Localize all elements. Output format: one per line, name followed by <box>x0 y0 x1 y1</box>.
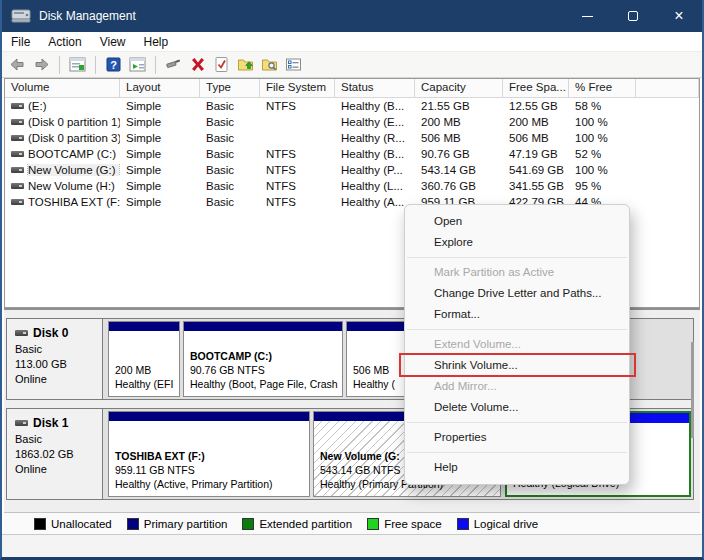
cell-free: 200 MB <box>503 116 569 128</box>
table-row[interactable]: (E:) Simple Basic NTFS Healthy (B... 21.… <box>5 98 699 114</box>
app-disk-icon <box>11 8 31 24</box>
menu-item-format[interactable]: Format... <box>405 304 629 325</box>
disk-name: Disk 0 <box>33 326 68 340</box>
cell-status: Healthy (R... <box>335 132 415 144</box>
partition-status: Healthy (Boot, Page File, Crash <box>190 377 342 391</box>
menu-item-explore[interactable]: Explore <box>405 232 629 253</box>
col-volume[interactable]: Volume <box>5 79 120 97</box>
toolbar-separator <box>59 56 60 74</box>
cell-capacity: 360.76 GB <box>415 180 503 192</box>
volume-disk-icon <box>11 135 24 141</box>
menu-file[interactable]: File <box>2 35 39 49</box>
partition-label: BOOTCAMP (C:) <box>190 349 342 363</box>
table-row[interactable]: BOOTCAMP (C:) Simple Basic NTFS Healthy … <box>5 146 699 162</box>
disk-status: Online <box>15 463 102 475</box>
col-filler <box>636 79 699 97</box>
menu-action[interactable]: Action <box>39 35 90 49</box>
table-row[interactable]: New Volume (H:) Simple Basic NTFS Health… <box>5 178 699 194</box>
col-file-system[interactable]: File System <box>260 79 335 97</box>
col-layout[interactable]: Layout <box>120 79 200 97</box>
minimize-button[interactable] <box>564 0 610 32</box>
primary-partition-bar <box>184 322 342 331</box>
menu-help[interactable]: Help <box>135 35 178 49</box>
cell-fs: NTFS <box>260 148 335 160</box>
cell-pct: 100 % <box>569 132 636 144</box>
logical-color-swatch <box>457 518 469 530</box>
volume-name: (E:) <box>28 100 47 112</box>
cell-status: Healthy (B... <box>335 148 415 160</box>
cell-capacity: 21.55 GB <box>415 100 503 112</box>
cell-capacity: 90.76 GB <box>415 148 503 160</box>
menu-item-open[interactable]: Open <box>405 211 629 232</box>
partition-size: 200 MB <box>115 363 179 377</box>
cell-fs: NTFS <box>260 100 335 112</box>
maximize-button[interactable] <box>610 0 656 32</box>
help-icon[interactable]: ? <box>104 55 123 74</box>
disk-1-label[interactable]: Disk 1 Basic 1863.02 GB Online <box>7 409 103 499</box>
disk-icon <box>15 330 28 336</box>
menu-view[interactable]: View <box>91 35 135 49</box>
cell-pct: 58 % <box>569 100 636 112</box>
folder-search-icon[interactable] <box>260 55 279 74</box>
disk-type: Basic <box>15 433 102 445</box>
menu-item-shrink-volume[interactable]: Shrink Volume... <box>405 355 629 376</box>
legend-free-space: Free space <box>367 518 442 530</box>
disk-size: 1863.02 GB <box>15 448 102 460</box>
volume-disk-icon <box>11 199 24 205</box>
cell-pct: 52 % <box>569 148 636 160</box>
folder-up-icon[interactable] <box>236 55 255 74</box>
delete-x-icon[interactable] <box>188 55 207 74</box>
close-icon: × <box>674 8 683 24</box>
toolbar: ? <box>2 52 702 78</box>
partition-label: TOSHIBA EXT (F:) <box>115 449 309 463</box>
cell-type: Basic <box>200 148 260 160</box>
maximize-icon <box>628 11 638 21</box>
properties-form-icon[interactable] <box>284 55 303 74</box>
forward-arrow-icon[interactable] <box>32 55 51 74</box>
disk-size: 113.00 GB <box>15 358 102 370</box>
cell-free: 341.55 GB <box>503 180 569 192</box>
table-row-selected[interactable]: New Volume (G:) Simple Basic NTFS Health… <box>5 162 699 178</box>
vertical-scrollbar[interactable] <box>691 342 694 438</box>
col-pct-free[interactable]: % Free <box>569 79 636 97</box>
partition-bootcamp-c[interactable]: BOOTCAMP (C:) 90.76 GB NTFS Healthy (Boo… <box>183 321 343 397</box>
close-button[interactable]: × <box>656 0 702 32</box>
partition-toshiba-f[interactable]: TOSHIBA EXT (F:) 959.11 GB NTFS Healthy … <box>108 411 310 497</box>
svg-text:?: ? <box>110 59 117 71</box>
cell-layout: Simple <box>120 196 200 208</box>
cell-capacity: 200 MB <box>415 116 503 128</box>
table-row[interactable]: (Disk 0 partition 1) Simple Basic Health… <box>5 114 699 130</box>
table-row[interactable]: (Disk 0 partition 3) Simple Basic Health… <box>5 130 699 146</box>
partition-efi[interactable]: 200 MB Healthy (EFI <box>108 321 180 397</box>
menu-separator <box>407 422 627 423</box>
menu-item-help[interactable]: Help <box>405 457 629 478</box>
volume-disk-icon <box>11 119 24 125</box>
legend-label: Unallocated <box>51 518 112 530</box>
menu-item-delete-volume[interactable]: Delete Volume... <box>405 397 629 418</box>
volume-name: (Disk 0 partition 1) <box>28 116 120 128</box>
display-view-icon[interactable] <box>128 55 147 74</box>
cell-type: Basic <box>200 132 260 144</box>
menu-item-extend-volume: Extend Volume... <box>405 334 629 355</box>
cell-free: 541.69 GB <box>503 164 569 176</box>
toolbar-separator <box>95 56 96 74</box>
disk-0-label[interactable]: Disk 0 Basic 113.00 GB Online <box>7 319 103 399</box>
menu-item-change-drive-letter[interactable]: Change Drive Letter and Paths... <box>405 283 629 304</box>
minimize-icon <box>582 16 593 17</box>
menu-item-properties[interactable]: Properties <box>405 427 629 448</box>
partition-size: 959.11 GB NTFS <box>115 463 309 477</box>
cell-layout: Simple <box>120 164 200 176</box>
title-bar: Disk Management × <box>2 0 702 32</box>
cell-status: Healthy (P... <box>335 164 415 176</box>
check-document-icon[interactable] <box>212 55 231 74</box>
back-arrow-icon[interactable] <box>8 55 27 74</box>
tools-icon[interactable] <box>164 55 183 74</box>
status-bar <box>2 534 702 557</box>
disk-list-view-icon[interactable] <box>68 55 87 74</box>
col-type[interactable]: Type <box>200 79 260 97</box>
col-free-space[interactable]: Free Spa... <box>503 79 569 97</box>
col-status[interactable]: Status <box>335 79 415 97</box>
window-title: Disk Management <box>39 9 136 23</box>
legend-label: Extended partition <box>259 518 352 530</box>
col-capacity[interactable]: Capacity <box>415 79 503 97</box>
